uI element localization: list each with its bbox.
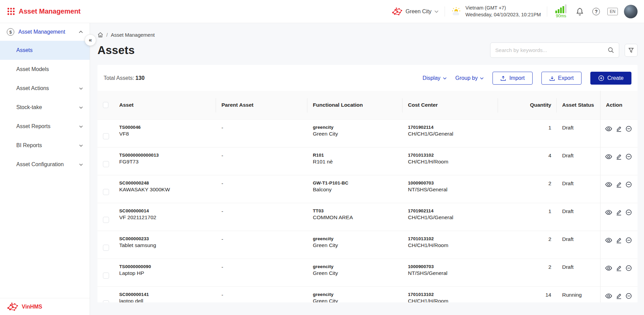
quantity-value: 14 <box>545 292 551 302</box>
group-by-dropdown[interactable]: Group by <box>455 75 484 81</box>
row-checkbox[interactable] <box>103 300 109 303</box>
view-button[interactable] <box>605 293 612 299</box>
deactivate-button[interactable] <box>625 181 632 188</box>
app-grid-icon[interactable] <box>7 8 15 15</box>
assets-card: Total Assets:130 Display Group by Import <box>97 65 638 302</box>
topbar-divider <box>445 6 445 17</box>
sidebar-item-assets[interactable]: Assets <box>0 41 90 60</box>
sidebar-item-asset-models[interactable]: Asset Models <box>0 60 90 79</box>
property-selector[interactable]: Green City <box>392 7 439 16</box>
home-icon[interactable] <box>97 32 103 38</box>
download-icon <box>549 75 555 81</box>
cost-center-cell: 1000900703 NT/SHS/General <box>402 259 498 286</box>
quantity-cell: 1 <box>498 120 557 147</box>
deactivate-button[interactable] <box>625 153 632 160</box>
edit-icon <box>615 265 622 272</box>
row-checkbox[interactable] <box>103 217 109 223</box>
status-value: Running <box>562 292 595 298</box>
sidebar-item-asset-actions[interactable]: Asset Actions <box>0 79 90 98</box>
asset-cell[interactable]: SC000000141 laptop dell <box>114 287 216 302</box>
create-button[interactable]: Create <box>590 72 631 85</box>
total-assets: Total Assets:130 <box>104 75 145 81</box>
view-button[interactable] <box>605 209 612 216</box>
language-selector[interactable]: EN <box>607 8 618 15</box>
view-button[interactable] <box>605 237 612 244</box>
edit-button[interactable] <box>615 181 622 188</box>
sidebar-collapse-button[interactable]: « <box>85 34 96 46</box>
action-cell <box>600 231 638 259</box>
avatar[interactable] <box>624 5 638 18</box>
edit-button[interactable] <box>615 237 622 244</box>
column-header-quantity[interactable]: Quantity <box>498 91 557 119</box>
vinhms-logo <box>7 302 18 312</box>
location-name: Green City <box>313 242 397 248</box>
deactivate-button[interactable] <box>625 293 632 299</box>
cost-center-code: 1701013102 <box>408 236 493 241</box>
asset-cell[interactable]: SC000000233 Tablet samsung <box>114 231 216 259</box>
column-header-functional-location[interactable]: Functional Location <box>307 91 402 119</box>
column-header-asset[interactable]: Asset <box>114 91 216 119</box>
minus-circle-icon <box>625 265 632 272</box>
view-button[interactable] <box>605 153 612 160</box>
row-checkbox[interactable] <box>103 133 109 139</box>
location-name: Green City <box>313 298 397 302</box>
sidebar-item-bi-reports[interactable]: BI Reports <box>0 136 90 155</box>
asset-cell[interactable]: SC000000014 VF 2021121702 <box>114 203 216 231</box>
view-button[interactable] <box>605 265 612 272</box>
cost-center-name: CH/CH1/G/General <box>408 131 493 137</box>
sidebar-item-asset-reports[interactable]: Asset Reports <box>0 117 90 136</box>
bell-icon <box>576 7 584 16</box>
status-value: Draft <box>562 125 595 131</box>
sidebar-item-asset-configuration[interactable]: Asset Configuration <box>0 155 90 174</box>
cost-center-cell: 1701902114 CH/CH1/G/General <box>402 203 498 231</box>
total-assets-value: 130 <box>136 75 145 81</box>
latency-value: 90ms <box>556 14 567 18</box>
notifications-button[interactable] <box>575 6 585 17</box>
sidebar-item-stock-take[interactable]: Stock-take <box>0 98 90 117</box>
location-code: greencity <box>313 236 397 241</box>
filter-button[interactable] <box>625 44 638 57</box>
asset-cell[interactable]: TS0000000000013 FG9T73 <box>114 147 216 175</box>
deactivate-button[interactable] <box>625 209 632 216</box>
row-checkbox[interactable] <box>103 245 109 251</box>
edit-button[interactable] <box>615 265 622 272</box>
import-button[interactable]: Import <box>493 72 532 85</box>
view-button[interactable] <box>605 125 612 132</box>
search-icon[interactable] <box>608 47 614 53</box>
cost-center-cell: 1000900703 NT/SHS/General <box>402 175 498 203</box>
edit-button[interactable] <box>615 209 622 216</box>
asset-name: Tablet samsung <box>119 242 211 248</box>
search-input[interactable] <box>495 47 608 53</box>
vinhms-logo-text: VinHMS <box>22 304 42 310</box>
column-header-cost-center[interactable]: Cost Center <box>402 91 498 119</box>
row-checkbox[interactable] <box>103 161 109 167</box>
row-checkbox[interactable] <box>103 273 109 279</box>
asset-cell[interactable]: SC000000248 KAWASAKY 3000KW <box>114 175 216 203</box>
display-dropdown[interactable]: Display <box>423 75 446 81</box>
asset-cell[interactable]: TS0000000090 Laptop HP <box>114 259 216 286</box>
breadcrumb-current[interactable]: Asset Management <box>111 32 155 38</box>
column-header-asset-status[interactable]: Asset Status <box>557 91 600 119</box>
deactivate-button[interactable] <box>625 265 632 272</box>
breadcrumb-separator: / <box>106 32 108 38</box>
deactivate-button[interactable] <box>625 125 632 132</box>
location-code: R101 <box>313 153 397 158</box>
deactivate-button[interactable] <box>625 237 632 244</box>
export-button[interactable]: Export <box>541 72 582 85</box>
help-button[interactable]: ? <box>591 6 601 17</box>
edit-button[interactable] <box>615 293 622 299</box>
asset-cell[interactable]: TS000046 VF8 <box>114 120 216 147</box>
asset-status-cell: Draft <box>557 203 600 231</box>
parent-asset-value: - <box>221 264 302 270</box>
row-checkbox[interactable] <box>103 189 109 195</box>
sidebar-section-asset-management[interactable]: $ Asset Management <box>0 23 90 41</box>
network-status: 90ms <box>555 4 567 18</box>
select-all-checkbox[interactable] <box>103 102 108 108</box>
column-header-parent-asset[interactable]: Parent Asset <box>216 91 307 119</box>
edit-button[interactable] <box>615 125 622 132</box>
edit-button[interactable] <box>615 153 622 160</box>
table-row: SC000000233 Tablet samsung - greencity G… <box>97 231 638 259</box>
app-brand: Asset Management <box>7 7 80 15</box>
functional-location-cell: greencity Green City <box>307 120 402 147</box>
view-button[interactable] <box>605 181 612 188</box>
